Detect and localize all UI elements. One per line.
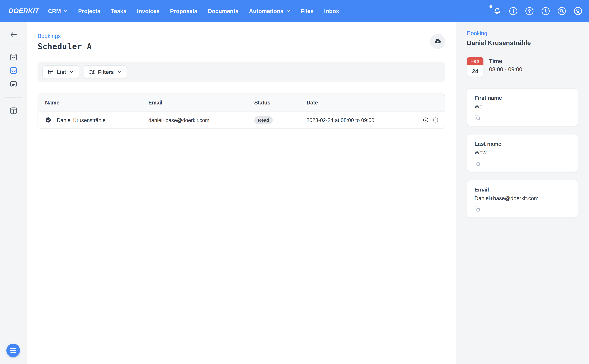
dashboard-icon <box>9 52 18 61</box>
table-row[interactable]: Daniel Krusenstråhle daniel+base@doerkit… <box>38 111 445 129</box>
account-circle-icon <box>573 6 583 16</box>
row-cancel-button[interactable] <box>432 117 439 123</box>
nav-label: Automations <box>249 8 283 14</box>
calendar-day: 24 <box>467 65 484 77</box>
back-button[interactable] <box>7 28 20 41</box>
field-label: Email <box>474 187 571 193</box>
main-nav: CRM Projects Tasks Invoices Proposals Do… <box>48 8 339 14</box>
time-label: Time <box>489 58 522 64</box>
search-button[interactable] <box>557 6 567 16</box>
account-button[interactable] <box>573 6 583 16</box>
nav-item-documents[interactable]: Documents <box>208 8 239 14</box>
field-value: We <box>474 104 571 110</box>
history-button[interactable] <box>540 6 551 16</box>
nav-label: CRM <box>48 8 61 14</box>
booking-details-panel: Booking Daniel Krusenstråhle Feb 24 Time… <box>456 22 589 364</box>
sidebar <box>0 22 26 364</box>
nav-item-proposals[interactable]: Proposals <box>170 8 197 14</box>
add-button[interactable] <box>508 6 518 16</box>
column-header-name: Name <box>45 99 148 105</box>
copy-icon <box>474 160 481 166</box>
cell-email: daniel+base@doerkit.com <box>148 117 254 123</box>
hamburger-menu-icon <box>10 348 16 353</box>
nav-label: Proposals <box>170 8 197 14</box>
nav-label: Inbox <box>324 8 339 14</box>
arrow-down-circle-icon <box>423 117 429 123</box>
sidebar-divider <box>5 44 22 44</box>
nav-item-invoices[interactable]: Invoices <box>137 8 160 14</box>
menu-fab-button[interactable] <box>7 344 20 357</box>
copy-icon <box>474 115 481 121</box>
nav-item-projects[interactable]: Projects <box>78 8 100 14</box>
cell-date: 2023-02-24 at 08:00 to 09:00 <box>307 117 410 123</box>
toolbar: List Filters <box>38 62 445 82</box>
chevron-down-icon <box>64 9 68 13</box>
bookings-table: Name Email Status Date Danie <box>38 94 445 129</box>
copy-icon <box>474 206 481 212</box>
time-value: 08:00 - 09:00 <box>489 66 522 72</box>
notifications-button[interactable] <box>492 6 502 16</box>
inbox-icon <box>9 66 18 75</box>
filters-label: Filters <box>98 69 114 75</box>
x-circle-icon <box>432 117 439 123</box>
row-download-button[interactable] <box>423 117 429 123</box>
calendar-icon <box>9 80 18 89</box>
cloud-download-icon <box>434 38 441 45</box>
nav-item-inbox[interactable]: Inbox <box>324 8 339 14</box>
clock-circle-icon <box>540 6 551 16</box>
nav-label: Files <box>301 8 314 14</box>
sidebar-item-dashboard[interactable] <box>7 50 20 64</box>
copy-button[interactable] <box>474 115 481 121</box>
bell-icon <box>492 6 502 16</box>
app-logo[interactable]: DOERKIT <box>9 7 39 15</box>
nav-item-files[interactable]: Files <box>301 8 314 14</box>
column-header-date: Date <box>307 99 410 105</box>
field-label: First name <box>474 95 571 101</box>
nav-label: Invoices <box>137 8 160 14</box>
board-layout-icon <box>9 106 18 115</box>
filters-button[interactable]: Filters <box>84 65 127 78</box>
copy-button[interactable] <box>474 206 481 212</box>
list-view-icon <box>48 69 54 75</box>
app-window: DOERKIT CRM Projects Tasks Invoices Prop… <box>0 0 589 364</box>
status-badge: Read <box>254 116 273 124</box>
chevron-down-icon <box>117 69 122 74</box>
check-circle-icon <box>45 117 52 123</box>
field-value: Daniel+base@doerkit.com <box>474 195 571 201</box>
view-selector-button[interactable]: List <box>42 65 79 78</box>
field-card-first-name: First name We <box>467 88 578 126</box>
cell-name: Daniel Krusenstråhle <box>45 117 148 123</box>
chevron-down-icon <box>69 69 74 74</box>
topbar: DOERKIT CRM Projects Tasks Invoices Prop… <box>0 0 589 22</box>
booking-name: Daniel Krusenstråhle <box>57 117 105 123</box>
field-card-email: Email Daniel+base@doerkit.com <box>467 180 578 218</box>
nav-item-automations[interactable]: Automations <box>249 8 290 14</box>
table-header-row: Name Email Status Date <box>38 94 445 111</box>
nav-label: Projects <box>78 8 100 14</box>
cell-actions <box>410 117 445 123</box>
copy-button[interactable] <box>474 160 481 166</box>
nav-item-crm[interactable]: CRM <box>48 8 67 14</box>
plus-circle-icon <box>508 6 518 16</box>
booking-datetime: Feb 24 Time 08:00 - 09:00 <box>467 57 578 77</box>
location-button[interactable] <box>524 6 535 16</box>
breadcrumb-bookings[interactable]: Bookings <box>38 33 61 39</box>
sidebar-divider <box>5 97 22 98</box>
row-check-button[interactable] <box>45 117 52 123</box>
column-header-status: Status <box>254 99 306 105</box>
calendar-date-badge: Feb 24 <box>467 57 484 77</box>
nav-item-tasks[interactable]: Tasks <box>111 8 126 14</box>
nav-label: Tasks <box>111 8 126 14</box>
column-header-email: Email <box>148 99 254 105</box>
arrow-left-icon <box>9 30 17 39</box>
sidebar-item-inbox[interactable] <box>7 64 20 77</box>
filters-icon <box>89 69 95 75</box>
export-button[interactable] <box>430 34 445 49</box>
sidebar-item-boards[interactable] <box>7 104 20 117</box>
view-selector-label: List <box>57 69 66 75</box>
calendar-month: Feb <box>467 57 484 65</box>
field-card-last-name: Last name Wew <box>467 134 578 172</box>
breadcrumb-booking[interactable]: Booking <box>467 30 487 36</box>
sidebar-item-calendar[interactable] <box>7 77 20 91</box>
chevron-down-icon <box>286 9 290 13</box>
